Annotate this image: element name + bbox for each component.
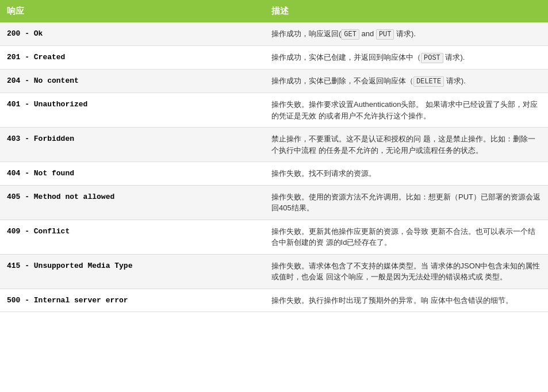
response-code: 201 - Created bbox=[0, 46, 265, 70]
response-description: 禁止操作，不要重试。这不是认证和授权的问 题，这是禁止操作。比如：删除一个执行中… bbox=[265, 128, 548, 162]
response-code: 415 - Unsupported Media Type bbox=[0, 254, 265, 289]
table-row: 404 - Not found操作失败。找不到请求的资源。 bbox=[0, 162, 548, 186]
response-description: 操作失败。操作要求设置Authentication头部。 如果请求中已经设置了头… bbox=[265, 93, 548, 128]
response-code: 409 - Conflict bbox=[0, 220, 265, 254]
table-row: 204 - No content操作成功，实体已删除，不会返回响应体（DELET… bbox=[0, 70, 548, 93]
table-row: 201 - Created操作成功，实体已创建，并返回到响应体中（POST 请求… bbox=[0, 46, 548, 70]
response-description: 操作失败。使用的资源方法不允许调用。比如：想更新（PUT）已部署的资源会返回40… bbox=[265, 185, 548, 220]
table-row: 405 - Method not allowed操作失败。使用的资源方法不允许调… bbox=[0, 185, 548, 220]
response-description: 操作失败。更新其他操作应更新的资源，会导致 更新不合法。也可以表示一个结合中新创… bbox=[265, 220, 548, 254]
table-row: 409 - Conflict操作失败。更新其他操作应更新的资源，会导致 更新不合… bbox=[0, 220, 548, 254]
response-code: 200 - Ok bbox=[0, 22, 265, 46]
response-description: 操作成功，响应返回(GET and PUT 请求). bbox=[265, 22, 548, 46]
response-table: 响应 描述 200 - Ok操作成功，响应返回(GET and PUT 请求).… bbox=[0, 0, 548, 312]
table-row: 415 - Unsupported Media Type操作失败。请求体包含了不… bbox=[0, 254, 548, 289]
response-description: 操作失败。请求体包含了不支持的媒体类型。当 请求体的JSON中包含未知的属性或值… bbox=[265, 254, 548, 289]
table-row: 403 - Forbidden禁止操作，不要重试。这不是认证和授权的问 题，这是… bbox=[0, 128, 548, 162]
response-description: 操作成功，实体已创建，并返回到响应体中（POST 请求). bbox=[265, 46, 548, 70]
table-row: 500 - Internal server error操作失败。执行操作时出现了… bbox=[0, 289, 548, 312]
response-code: 403 - Forbidden bbox=[0, 128, 265, 162]
header-description: 描述 bbox=[265, 0, 548, 22]
table-row: 401 - Unauthorized操作失败。操作要求设置Authenticat… bbox=[0, 93, 548, 128]
header-response: 响应 bbox=[0, 0, 265, 22]
response-code: 204 - No content bbox=[0, 70, 265, 93]
table-row: 200 - Ok操作成功，响应返回(GET and PUT 请求). bbox=[0, 22, 548, 46]
response-code: 405 - Method not allowed bbox=[0, 185, 265, 220]
response-code: 500 - Internal server error bbox=[0, 289, 265, 312]
response-description: 操作成功，实体已删除，不会返回响应体（DELETE 请求). bbox=[265, 70, 548, 93]
response-code: 401 - Unauthorized bbox=[0, 93, 265, 128]
response-description: 操作失败。找不到请求的资源。 bbox=[265, 162, 548, 186]
response-description: 操作失败。执行操作时出现了预期外的异常。响 应体中包含错误的细节。 bbox=[265, 289, 548, 312]
response-code: 404 - Not found bbox=[0, 162, 265, 186]
